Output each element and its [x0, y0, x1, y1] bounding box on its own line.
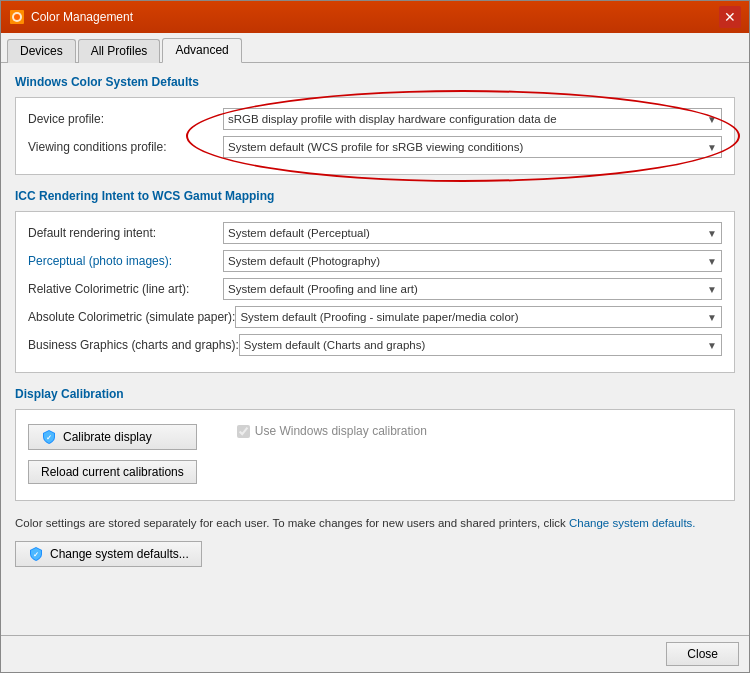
icc-label-2: Relative Colorimetric (line art): [28, 282, 223, 296]
tab-all-profiles[interactable]: All Profiles [78, 39, 161, 63]
use-windows-calibration-row: Use Windows display calibration [237, 424, 427, 438]
calibrate-display-button[interactable]: ✓ Calibrate display [28, 424, 197, 450]
icc-select-0[interactable]: System default (Perceptual) ▼ [223, 222, 722, 244]
tab-advanced[interactable]: Advanced [162, 38, 241, 63]
color-management-window: Color Management ✕ Devices All Profiles … [0, 0, 750, 673]
icc-arrow-2: ▼ [707, 284, 717, 295]
icc-label-1: Perceptual (photo images): [28, 254, 223, 268]
change-defaults-shield-icon: ✓ [28, 546, 44, 562]
icc-select-3[interactable]: System default (Proofing - simulate pape… [235, 306, 722, 328]
icc-row-3: Absolute Colorimetric (simulate paper): … [28, 306, 722, 328]
svg-point-2 [14, 14, 20, 20]
icc-row-4: Business Graphics (charts and graphs): S… [28, 334, 722, 356]
shield-icon: ✓ [41, 429, 57, 445]
icc-select-2[interactable]: System default (Proofing and line art) ▼ [223, 278, 722, 300]
viewing-conditions-label: Viewing conditions profile: [28, 140, 223, 154]
icc-value-4: System default (Charts and graphs) [244, 339, 703, 351]
icc-arrow-3: ▼ [707, 312, 717, 323]
icc-section: ICC Rendering Intent to WCS Gamut Mappin… [15, 189, 735, 373]
icc-label-3: Absolute Colorimetric (simulate paper): [28, 310, 235, 324]
close-window-button[interactable]: ✕ [719, 6, 741, 28]
use-windows-calibration-checkbox[interactable] [237, 425, 250, 438]
viewing-conditions-select[interactable]: System default (WCS profile for sRGB vie… [223, 136, 722, 158]
title-icon [9, 9, 25, 25]
device-profile-value: sRGB display profile with display hardwa… [228, 113, 703, 125]
icc-select-1[interactable]: System default (Photography) ▼ [223, 250, 722, 272]
footer-close-button[interactable]: Close [666, 642, 739, 666]
change-defaults-link[interactable]: Change system defaults. [569, 517, 696, 529]
calibration-section-box: ✓ Calibrate display Reload current calib… [15, 409, 735, 501]
main-content: Windows Color System Defaults Device pro… [1, 63, 749, 635]
calibration-section-title: Display Calibration [15, 387, 735, 401]
reload-calibrations-label: Reload current calibrations [41, 465, 184, 479]
icc-value-0: System default (Perceptual) [228, 227, 703, 239]
tab-devices[interactable]: Devices [7, 39, 76, 63]
device-profile-arrow: ▼ [707, 114, 717, 125]
icc-label-4: Business Graphics (charts and graphs): [28, 338, 239, 352]
icc-row-2: Relative Colorimetric (line art): System… [28, 278, 722, 300]
icc-select-4[interactable]: System default (Charts and graphs) ▼ [239, 334, 722, 356]
window-title: Color Management [31, 10, 719, 24]
icc-arrow-0: ▼ [707, 228, 717, 239]
icc-label-0: Default rendering intent: [28, 226, 223, 240]
device-profile-select[interactable]: sRGB display profile with display hardwa… [223, 108, 722, 130]
svg-text:✓: ✓ [46, 434, 52, 441]
icc-value-3: System default (Proofing - simulate pape… [240, 311, 703, 323]
icc-section-box: Default rendering intent: System default… [15, 211, 735, 373]
calibration-row: ✓ Calibrate display Reload current calib… [28, 424, 722, 490]
use-windows-calibration-label: Use Windows display calibration [255, 424, 427, 438]
calibrate-display-label: Calibrate display [63, 430, 152, 444]
icc-row-0: Default rendering intent: System default… [28, 222, 722, 244]
calibration-section: Display Calibration ✓ Calibrate display [15, 387, 735, 501]
change-system-defaults-label: Change system defaults... [50, 547, 189, 561]
icc-arrow-1: ▼ [707, 256, 717, 267]
title-bar: Color Management ✕ [1, 1, 749, 33]
icc-section-title: ICC Rendering Intent to WCS Gamut Mappin… [15, 189, 735, 203]
calibration-buttons: ✓ Calibrate display Reload current calib… [28, 424, 197, 490]
icc-row-1: Perceptual (photo images): System defaul… [28, 250, 722, 272]
viewing-conditions-arrow: ▼ [707, 142, 717, 153]
wcs-section: Windows Color System Defaults Device pro… [15, 75, 735, 175]
icc-arrow-4: ▼ [707, 340, 717, 351]
wcs-section-title: Windows Color System Defaults [15, 75, 735, 89]
viewing-conditions-row: Viewing conditions profile: System defau… [28, 136, 722, 158]
device-profile-row: Device profile: sRGB display profile wit… [28, 108, 722, 130]
reload-calibrations-button[interactable]: Reload current calibrations [28, 460, 197, 484]
info-text: Color settings are stored separately for… [15, 515, 735, 531]
device-profile-label: Device profile: [28, 112, 223, 126]
viewing-conditions-value: System default (WCS profile for sRGB vie… [228, 141, 703, 153]
change-system-defaults-button[interactable]: ✓ Change system defaults... [15, 541, 202, 567]
footer-bar: Close [1, 635, 749, 672]
svg-text:✓: ✓ [33, 551, 39, 558]
tab-bar: Devices All Profiles Advanced [1, 33, 749, 63]
icc-value-1: System default (Photography) [228, 255, 703, 267]
icc-value-2: System default (Proofing and line art) [228, 283, 703, 295]
wcs-section-box: Device profile: sRGB display profile wit… [15, 97, 735, 175]
bottom-button-row: ✓ Change system defaults... [15, 541, 735, 573]
